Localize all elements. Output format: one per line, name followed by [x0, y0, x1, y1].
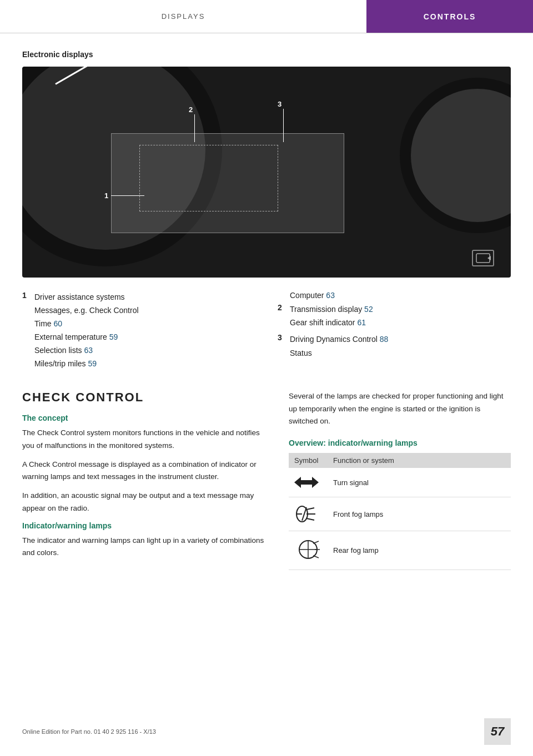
numbered-col-left: 1 Driver assistance systems Messages, e.… [22, 291, 255, 374]
table-row: Rear fog lamp [289, 531, 511, 570]
function-rear-fog: Rear fog lamp [328, 531, 511, 570]
svg-marker-2 [294, 477, 319, 488]
sub-item-time: Time 60 [34, 317, 139, 331]
sub-item-miles: Miles/trip miles 59 [34, 357, 139, 371]
item-main-2: Transmission display 52 [290, 303, 373, 315]
ref-gear: 61 [357, 318, 366, 327]
ref-transmission: 52 [364, 305, 373, 314]
dash-label-1-line [111, 195, 144, 196]
sub-item-messages: Messages, e.g. Check Control [34, 304, 139, 317]
dash-display-icon [472, 250, 494, 266]
symbol-turn-signal [289, 468, 328, 497]
header-controls-tab: CONTROLS [366, 0, 533, 33]
footer-text: Online Edition for Part no. 01 40 2 925 … [22, 728, 156, 735]
ref-time: 60 [53, 319, 62, 328]
rear-fog-svg [296, 538, 320, 561]
item-content-2: Transmission display 52 Gear shift indic… [290, 303, 373, 330]
numbered-list-section: 1 Driver assistance systems Messages, e.… [22, 291, 511, 374]
item-main-3: Driving Dynamics Control 88 [290, 333, 388, 345]
concept-text3: In addition, an acoustic signal may be o… [22, 490, 266, 515]
displays-label: DISPLAYS [162, 12, 205, 21]
svg-line-7 [306, 518, 314, 520]
indicator-table: Symbol Function or system [289, 453, 511, 570]
check-control-section: CHECK CONTROL The concept The Check Cont… [22, 390, 511, 570]
svg-line-8 [302, 507, 306, 521]
turn-signal-icon [294, 475, 322, 490]
rear-fog-icon [294, 538, 322, 563]
item-num-1: 1 [22, 291, 30, 370]
controls-label: CONTROLS [424, 12, 476, 21]
numbered-item-2: 2 Transmission display 52 Gear shift ind… [278, 303, 511, 330]
ref-computer: 63 [326, 291, 335, 300]
table-row: Turn signal [289, 468, 511, 497]
svg-marker-1 [487, 256, 491, 260]
table-row: Front fog lamps [289, 497, 511, 531]
item-num-3: 3 [278, 333, 285, 360]
dash-circle-right [400, 78, 511, 233]
dash-label-2: 2 [189, 105, 193, 114]
overview-title: Overview: indicator/warning lamps [289, 439, 511, 447]
function-turn-signal: Turn signal [328, 468, 511, 497]
section-title: Electronic displays [22, 50, 511, 59]
turn-signal-svg [294, 475, 319, 490]
main-content: Electronic displays 1 2 3 1 Driver assis… [0, 33, 533, 587]
indicator-subtitle: Indicator/warning lamps [22, 521, 266, 530]
item-num-2: 2 [278, 303, 285, 330]
col-left: CHECK CONTROL The concept The Check Cont… [22, 390, 266, 570]
ref-miles: 59 [88, 359, 97, 368]
svg-line-5 [306, 508, 314, 510]
function-front-fog: Front fog lamps [328, 497, 511, 531]
check-control-title: CHECK CONTROL [22, 390, 266, 405]
item-content-3: Driving Dynamics Control 88 Status [290, 333, 388, 360]
sub-item-gear: Gear shift indicator 61 [290, 316, 373, 330]
right-text: Several of the lamps are checked for pro… [289, 390, 511, 427]
item-content-1: Driver assistance systems Messages, e.g.… [34, 291, 139, 370]
sub-item-temp: External temperature 59 [34, 331, 139, 344]
front-fog-icon [294, 504, 322, 524]
dash-label-3-line [283, 109, 284, 142]
item-main-1: Driver assistance systems [34, 291, 139, 303]
col-symbol-header: Symbol [289, 453, 328, 468]
dashboard-image: 1 2 3 [22, 67, 511, 278]
numbered-item-1: 1 Driver assistance systems Messages, e.… [22, 291, 255, 370]
page-header: DISPLAYS CONTROLS [0, 0, 533, 33]
dash-display-box [111, 133, 344, 233]
concept-text2: A Check Control message is displayed as … [22, 458, 266, 483]
page-footer: Online Edition for Part no. 01 40 2 925 … [0, 718, 533, 745]
ref-dynamics: 88 [380, 335, 389, 344]
dash-label-3: 3 [278, 100, 281, 108]
dash-label-2-line [194, 114, 195, 142]
sub-item-selection: Selection lists 63 [34, 344, 139, 357]
symbol-rear-fog [289, 531, 328, 570]
table-header-row: Symbol Function or system [289, 453, 511, 468]
ref-temp: 59 [109, 332, 118, 341]
indicator-text: The indicator and warning lamps can ligh… [22, 535, 266, 560]
concept-text1: The Check Control system monitors functi… [22, 427, 266, 452]
dash-label-1: 1 [104, 191, 108, 200]
page-number: 57 [484, 718, 511, 745]
dash-inner-box [139, 145, 278, 211]
col-function-header: Function or system [328, 453, 511, 468]
ref-selection: 63 [84, 346, 93, 355]
col-right: Several of the lamps are checked for pro… [289, 390, 511, 570]
computer-ref-item: Computer 63 [278, 291, 511, 300]
header-displays-tab: DISPLAYS [0, 12, 366, 21]
sub-item-status: Status [290, 347, 388, 360]
numbered-item-3: 3 Driving Dynamics Control 88 Status [278, 333, 511, 360]
concept-subtitle: The concept [22, 414, 266, 422]
symbol-front-fog [289, 497, 328, 531]
front-fog-svg [294, 504, 318, 524]
numbered-col-right: Computer 63 2 Transmission display 52 Ge… [278, 291, 511, 374]
